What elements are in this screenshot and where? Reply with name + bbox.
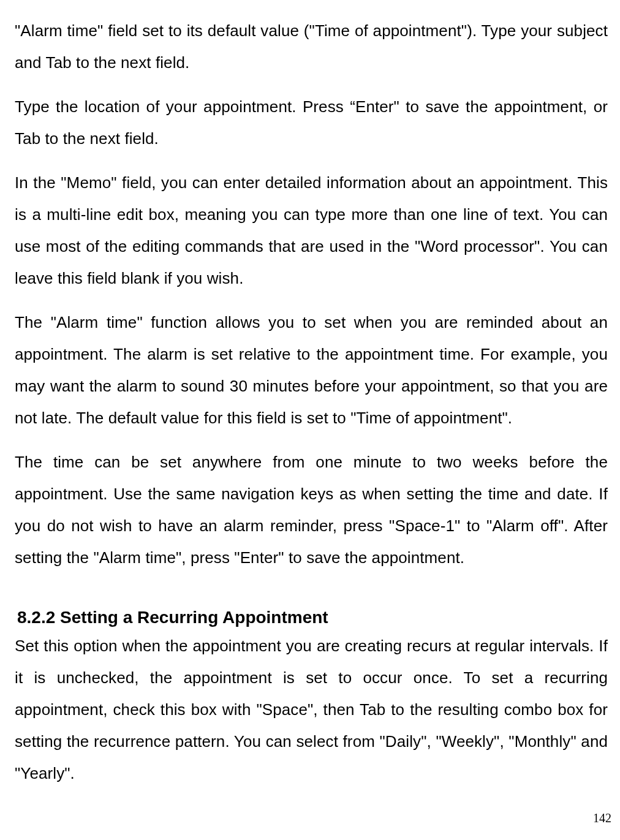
paragraph: The time can be set anywhere from one mi… [15, 446, 608, 573]
paragraph: The "Alarm time" function allows you to … [15, 306, 608, 434]
paragraph: "Alarm time" field set to its default va… [15, 15, 608, 78]
paragraph: In the "Memo" field, you can enter detai… [15, 167, 608, 294]
document-page: "Alarm time" field set to its default va… [0, 0, 620, 789]
paragraph: Set this option when the appointment you… [15, 630, 608, 789]
paragraph: Type the location of your appointment. P… [15, 91, 608, 154]
page-number: 142 [593, 811, 611, 825]
section-heading: 8.2.2 Setting a Recurring Appointment [17, 608, 608, 627]
